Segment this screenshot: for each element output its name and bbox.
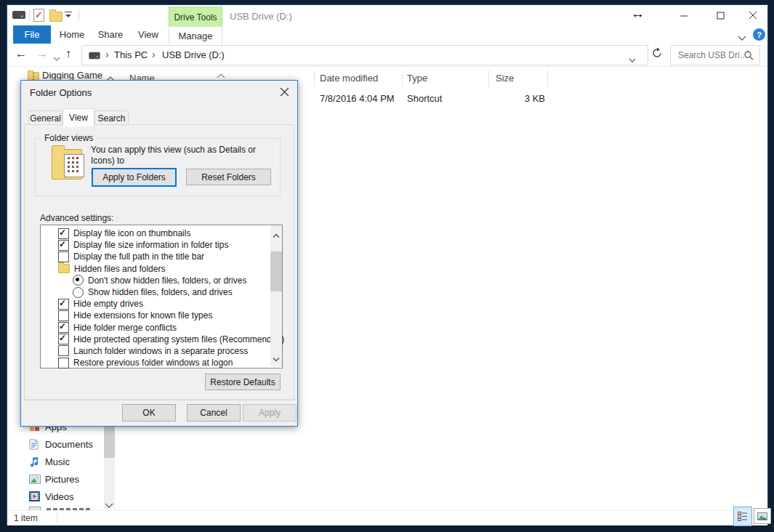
advanced-settings-list: Display file icon on thumbnailsDisplay f… (41, 227, 269, 368)
details-view-button[interactable] (733, 507, 752, 526)
tab-search[interactable]: Search (94, 110, 129, 126)
checkbox-checked-icon[interactable] (58, 322, 69, 333)
radio-unselected-icon[interactable] (73, 287, 84, 298)
folder-views-group: Folder views You can apply this view (su… (35, 138, 281, 196)
checkbox-checked-icon[interactable] (58, 334, 69, 344)
address-dropdown-chevron-icon[interactable] (629, 53, 636, 66)
checkbox-checked-icon[interactable] (58, 228, 69, 239)
setting-row[interactable]: Display the full path in the title bar (41, 251, 269, 262)
setting-row[interactable]: Launch folder windows in a separate proc… (41, 345, 269, 357)
explorer-window: Drive Tools USB Drive (D:) ↔ File Home S… (7, 5, 767, 525)
table-row[interactable]: 7/8/2016 4:04 PM Shortcut 3 KB (305, 93, 596, 106)
listbox-scroll-up-icon[interactable] (273, 228, 280, 241)
setting-row[interactable]: Display file icon on thumbnails (41, 227, 269, 239)
checkbox-unchecked-icon[interactable] (58, 358, 69, 368)
folder-options-dialog: Folder Options General View Search Folde… (20, 80, 298, 427)
minimize-button[interactable] (667, 5, 701, 25)
close-button[interactable] (738, 5, 767, 25)
listbox-scrollbar[interactable] (270, 225, 282, 366)
setting-row[interactable]: Hide folder merge conflicts (41, 322, 269, 334)
dialog-close-icon[interactable] (275, 84, 293, 99)
sidebar-item-videos[interactable]: Videos (28, 490, 108, 504)
setting-row[interactable]: Hide empty drives (41, 298, 269, 310)
tab-general[interactable]: General (28, 110, 63, 126)
setting-label: Hide extensions for known file types (73, 310, 212, 321)
setting-label: Hidden files and folders (74, 264, 165, 274)
ribbon-expand-chevron-icon[interactable] (737, 31, 747, 44)
window-title: USB Drive (D:) (230, 11, 292, 22)
reset-folders-button[interactable]: Reset Folders (186, 169, 271, 185)
checkbox-checked-icon[interactable] (58, 299, 69, 310)
radio-selected-icon[interactable] (73, 275, 84, 286)
divider (7, 66, 767, 67)
sidebar-item-documents[interactable]: Documents (28, 438, 108, 452)
tab-view[interactable]: View (131, 25, 166, 44)
tab-manage[interactable]: Manage (169, 26, 222, 44)
setting-row[interactable]: Hide protected operating system files (R… (41, 334, 269, 345)
setting-label: Show hidden files, folders, and drives (88, 287, 233, 297)
cell-type: Shortcut (407, 93, 442, 104)
setting-label: Display file size information in folder … (73, 240, 228, 250)
checkbox-unchecked-icon[interactable] (58, 345, 69, 356)
music-icon (29, 456, 39, 470)
dialog-title: Folder Options (30, 87, 92, 98)
tab-view[interactable]: View (63, 108, 94, 126)
checkbox-unchecked-icon[interactable] (58, 310, 69, 321)
column-divider[interactable] (488, 70, 489, 86)
listbox-scrollbar-thumb[interactable] (270, 251, 282, 291)
drive-tools-group: Drive Tools (169, 7, 222, 28)
setting-row[interactable]: Display file size information in folder … (41, 239, 269, 251)
setting-label: Display file icon on thumbnails (73, 228, 190, 238)
sidebar-item-music[interactable]: Music (28, 455, 108, 469)
setting-label: Hide empty drives (73, 299, 143, 309)
column-divider[interactable] (547, 70, 548, 86)
column-divider[interactable] (314, 70, 315, 86)
setting-label: Restore previous folder windows at logon (73, 358, 233, 368)
restore-defaults-button[interactable]: Restore Defaults (205, 374, 281, 390)
search-icon[interactable] (743, 50, 754, 63)
breadcrumb-this-pc[interactable]: This PC (114, 49, 148, 60)
divider (57, 512, 57, 523)
setting-row[interactable]: Restore previous folder windows at logon (41, 357, 269, 368)
resize-cursor: ↔ (631, 6, 645, 22)
setting-row[interactable]: Hide extensions for known file types (41, 310, 269, 321)
folder-icon[interactable] (58, 264, 70, 273)
column-header-type[interactable]: Type (407, 73, 427, 84)
folder-views-icon (52, 149, 82, 180)
status-bar: 1 item (7, 510, 767, 525)
maximize-button[interactable] (704, 5, 737, 25)
setting-label: Don't show hidden files, folders, or dri… (88, 275, 246, 286)
setting-row[interactable]: Don't show hidden files, folders, or dri… (41, 275, 269, 286)
group-legend: Folder views (41, 133, 96, 143)
checkbox-checked-icon[interactable] (58, 240, 69, 251)
cell-size: 3 KB (487, 93, 545, 104)
setting-label: Launch folder windows in a separate proc… (73, 346, 248, 356)
sidebar-item-label: Videos (45, 491, 74, 502)
ok-button[interactable]: OK (122, 404, 176, 422)
help-icon[interactable]: ? (753, 28, 765, 41)
breadcrumb-usb-drive[interactable]: USB Drive (D:) (162, 49, 225, 60)
column-divider[interactable] (402, 70, 403, 86)
video-icon (29, 491, 40, 504)
checkbox-unchecked-icon[interactable] (58, 251, 69, 262)
listbox-scroll-down-icon[interactable] (273, 352, 280, 365)
column-header-size[interactable]: Size (496, 73, 514, 84)
divider (21, 399, 296, 400)
apply-to-folders-button[interactable]: Apply to Folders (92, 168, 177, 187)
thumbnail-view-button[interactable] (754, 508, 771, 524)
setting-row[interactable]: Show hidden files, folders, and drives (41, 286, 269, 298)
cancel-button[interactable]: Cancel (187, 404, 241, 422)
setting-row[interactable]: Hidden files and folders (41, 263, 269, 275)
navpane-scrollbar-thumb[interactable] (104, 424, 115, 458)
address-bar[interactable]: › This PC › USB Drive (D:) (81, 45, 648, 65)
column-header-date-modified[interactable]: Date modified (320, 73, 378, 84)
document-icon (29, 439, 39, 453)
advanced-settings-listbox[interactable]: Display file icon on thumbnailsDisplay f… (40, 225, 283, 368)
refresh-button[interactable] (651, 47, 667, 63)
breadcrumb-separator: › (152, 49, 156, 60)
search-box[interactable]: Search USB Dri... (670, 45, 760, 65)
sidebar-item-pictures[interactable]: Pictures (28, 472, 108, 487)
cell-date-modified: 7/8/2016 4:04 PM (320, 93, 395, 104)
setting-label: Hide protected operating system files (R… (73, 334, 284, 344)
apply-button: Apply (243, 404, 297, 422)
